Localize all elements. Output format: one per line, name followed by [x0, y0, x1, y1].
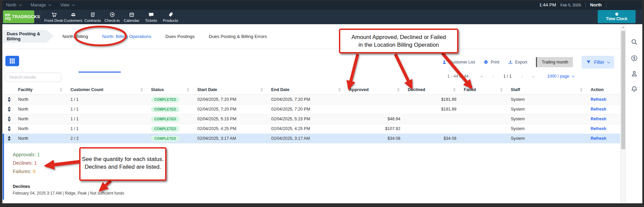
- col-failed[interactable]: Failed: [460, 85, 507, 94]
- col-facility[interactable]: Facility: [15, 85, 67, 94]
- declines-heading: Declines: [13, 184, 124, 189]
- prev-page-button[interactable]: ‹: [487, 74, 499, 79]
- sort-caret-icon: [60, 88, 62, 92]
- sort-caret-icon: [580, 88, 583, 92]
- filter-button[interactable]: Filter: [582, 56, 614, 69]
- divider: [585, 2, 586, 7]
- time-clock-button[interactable]: Time Clock: [598, 10, 636, 23]
- arrow-to-declined: [395, 54, 411, 87]
- cell-facility: North: [15, 117, 67, 121]
- cell-facility: North: [15, 136, 67, 141]
- table-toolbar: Customer List Print Export Trailing mont…: [442, 56, 614, 69]
- expand-row-icon[interactable]: +: [8, 107, 10, 112]
- active-tab-underline: [79, 72, 121, 73]
- printer-icon: [484, 60, 488, 65]
- nav-tickets[interactable]: Tickets: [141, 10, 161, 24]
- cell-customer-count: 1 / 1: [67, 97, 148, 102]
- scroll-up-arrow-icon[interactable]: ▲: [621, 25, 625, 29]
- app-bar: RPHQ TRADROCKS Front Desk Customers Cont…: [0, 10, 644, 24]
- failures-count: 0: [33, 169, 36, 174]
- current-location[interactable]: North: [590, 2, 602, 7]
- breadcrumb[interactable]: Dues Posting & Billing: [3, 30, 54, 43]
- table-row[interactable]: + North 1 / 1 COMPLETED 02/04/2025, 7:20…: [0, 105, 620, 114]
- refresh-link[interactable]: Refresh: [591, 117, 606, 121]
- menu-north[interactable]: North: [6, 3, 21, 7]
- nav-calendar[interactable]: Calendar: [122, 10, 141, 24]
- cell-approved: $46.94: [346, 117, 404, 121]
- tab-north-billing[interactable]: North: Billing: [62, 34, 88, 39]
- billing-dollar-icon[interactable]: [631, 54, 638, 62]
- customer-list-button[interactable]: Customer List: [442, 60, 475, 65]
- col-declined[interactable]: Declined: [404, 85, 460, 94]
- col-approved[interactable]: Approved: [346, 85, 404, 94]
- profile-icon[interactable]: [631, 70, 638, 77]
- menu-view[interactable]: View: [60, 3, 74, 7]
- cart-icon: [51, 12, 57, 17]
- refresh-link[interactable]: Refresh: [591, 136, 606, 141]
- approvals-label: Approvals:: [13, 152, 36, 157]
- expand-row-icon[interactable]: −: [8, 136, 10, 141]
- nav-products[interactable]: Products: [161, 10, 180, 24]
- app-window: North Manage View 1:44 PM Feb 5, 2025 No…: [0, 0, 644, 207]
- status-badge: COMPLETED: [151, 107, 180, 112]
- sort-caret-icon: [338, 88, 341, 92]
- approvals-count: 1: [37, 152, 40, 157]
- scrollbar-thumb[interactable]: [621, 31, 625, 149]
- callout-quantities: See the quantity for each status. Declin…: [79, 147, 166, 181]
- clock-date: Feb 5, 2025: [560, 3, 581, 7]
- brand-name: TRADROCKS: [12, 14, 40, 19]
- cell-customer-count: 1 / 1: [67, 107, 148, 112]
- search-input[interactable]: [5, 73, 61, 82]
- download-icon: [508, 60, 513, 65]
- cell-staff: System: [507, 136, 587, 141]
- tab-dues-posting-billing-errors[interactable]: Dues Posting & Billing Errors: [209, 34, 267, 39]
- divider: [606, 2, 606, 7]
- tab-north-billing-operations[interactable]: North: Billing Operations: [102, 34, 151, 39]
- window-frame: [642, 0, 644, 207]
- cell-customer-count: 1 / 1: [67, 126, 148, 131]
- table-row[interactable]: + North 1 / 1 COMPLETED 02/04/2025, 7:20…: [0, 95, 620, 105]
- notifications-bell-icon[interactable]: [631, 85, 638, 93]
- cell-end-date: 02/04/2025, 3:17 AM: [268, 136, 346, 141]
- arrow-to-approved: [349, 54, 358, 88]
- billing-operations-table: Facility Customer Count Status Start Dat…: [0, 85, 620, 143]
- nav-front-desk[interactable]: Front Desk: [44, 10, 63, 24]
- last-page-button[interactable]: »: [528, 74, 539, 79]
- print-button[interactable]: Print: [484, 60, 499, 65]
- col-status[interactable]: Status: [148, 85, 194, 94]
- status-badge: COMPLETED: [151, 116, 180, 122]
- cell-facility: North: [15, 107, 67, 112]
- table-row[interactable]: + North 1 / 1 COMPLETED 02/04/2025, 5:15…: [0, 114, 620, 124]
- refresh-link[interactable]: Refresh: [591, 126, 606, 131]
- expand-row-icon[interactable]: +: [8, 126, 10, 131]
- cell-facility: North: [15, 97, 67, 102]
- refresh-link[interactable]: Refresh: [591, 107, 606, 112]
- table-row[interactable]: + North 1 / 1 COMPLETED 02/04/2025, 4:25…: [0, 124, 620, 134]
- refresh-link[interactable]: Refresh: [591, 97, 606, 102]
- search-icon[interactable]: [631, 38, 638, 46]
- products-icon: [168, 12, 174, 17]
- nav-check-in[interactable]: Check-in: [102, 10, 122, 24]
- nav-contracts[interactable]: Contracts: [83, 10, 102, 24]
- menu-manage[interactable]: Manage: [31, 3, 50, 7]
- trailing-month-badge[interactable]: Trailing month: [536, 57, 573, 67]
- nav-customers[interactable]: Customers: [63, 10, 83, 24]
- filter-funnel-icon: [586, 60, 591, 65]
- cell-facility: North: [15, 126, 67, 131]
- tab-dues-postings[interactable]: Dues Postings: [165, 34, 195, 39]
- col-end-date[interactable]: End Date: [268, 85, 346, 94]
- sort-caret-icon: [140, 88, 143, 92]
- col-start-date[interactable]: Start Date: [194, 85, 268, 94]
- page-size-select[interactable]: 1000 / page: [547, 74, 574, 79]
- table-row[interactable]: − North 2 / 2 COMPLETED 02/04/2025, 3:17…: [0, 134, 620, 143]
- expand-row-icon[interactable]: +: [8, 97, 10, 102]
- first-page-button[interactable]: «: [476, 74, 487, 79]
- brand-logo[interactable]: RPHQ TRADROCKS: [3, 10, 34, 23]
- expand-row-icon[interactable]: +: [8, 117, 10, 121]
- export-button[interactable]: Export: [508, 60, 527, 65]
- grid-view-button[interactable]: [5, 56, 19, 66]
- col-customer-count[interactable]: Customer Count: [67, 85, 148, 94]
- col-staff[interactable]: Staff: [507, 85, 587, 94]
- next-page-button[interactable]: ›: [516, 74, 528, 79]
- vertical-scrollbar[interactable]: ▲: [620, 24, 626, 203]
